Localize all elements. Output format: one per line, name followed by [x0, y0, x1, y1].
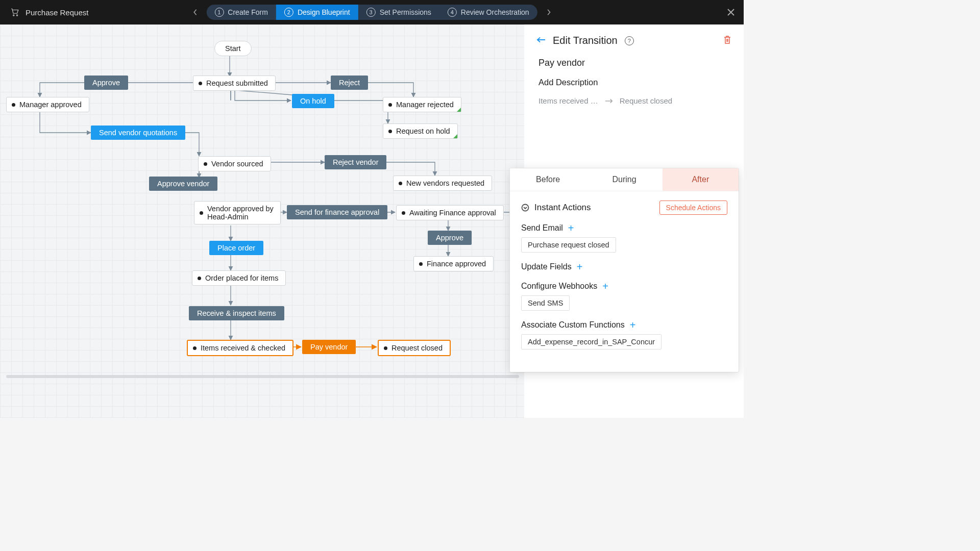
arrow-right-icon: [604, 98, 614, 104]
transition-send-vendor-quotations[interactable]: Send vendor quotations: [91, 126, 185, 140]
node-manager-approved[interactable]: Manager approved: [6, 97, 89, 112]
panel-header: Edit Transition ?: [524, 24, 744, 53]
node-awaiting-finance[interactable]: Awaiting Finance approval: [396, 205, 504, 220]
transition-reject-vendor[interactable]: Reject vendor: [325, 155, 386, 169]
page-title: Purchase Request: [26, 8, 88, 17]
cart-icon: [10, 8, 19, 17]
action-update-fields: Update Fields+: [521, 262, 727, 272]
transition-flow: Items received … Request closed: [538, 96, 729, 105]
panel-body: Pay vendor Add Description Items receive…: [524, 53, 744, 115]
add-update-fields-icon[interactable]: +: [577, 262, 583, 272]
back-button[interactable]: [536, 36, 546, 45]
transition-approve-vendor[interactable]: Approve vendor: [149, 177, 217, 191]
tab-during[interactable]: During: [586, 168, 662, 191]
node-order-placed[interactable]: Order placed for items: [192, 270, 286, 286]
node-vendor-approved[interactable]: Vendor approved by Head-Admin: [194, 201, 281, 224]
action-tabs: Before During After: [510, 168, 739, 191]
card-body minimally: Instant Actions Schedule Actions Send Em…: [510, 191, 739, 372]
node-manager-rejected[interactable]: Manager rejected: [383, 97, 461, 112]
step-set-permissions[interactable]: 3Set Permissions: [358, 5, 439, 20]
node-request-on-hold[interactable]: Request on hold: [383, 123, 458, 139]
transition-on-hold[interactable]: On hold: [292, 94, 334, 108]
transition-approve[interactable]: Approve: [84, 76, 128, 90]
node-items-received[interactable]: Items received & checked: [187, 340, 293, 356]
transition-name: Pay vendor: [538, 58, 729, 68]
transition-receive-inspect[interactable]: Receive & inspect items: [189, 306, 284, 320]
add-email-icon[interactable]: +: [568, 223, 574, 233]
svg-point-1: [16, 15, 17, 16]
node-new-vendors-requested[interactable]: New vendors requested: [393, 176, 492, 191]
collapse-icon[interactable]: [521, 204, 529, 212]
tab-after[interactable]: After: [663, 168, 739, 191]
svg-point-0: [13, 15, 14, 16]
next-step-button[interactable]: [542, 5, 556, 19]
webhook-chip[interactable]: Send SMS: [521, 295, 570, 311]
close-button[interactable]: [726, 8, 736, 17]
transition-place-order[interactable]: Place order: [209, 241, 263, 255]
section-header: Instant Actions Schedule Actions: [521, 201, 727, 215]
schedule-actions-button[interactable]: Schedule Actions: [659, 201, 727, 215]
node-request-closed[interactable]: Request closed: [378, 340, 451, 356]
email-chip[interactable]: Purchase request closed: [521, 237, 616, 253]
node-start[interactable]: Start: [214, 41, 252, 56]
svg-point-23: [522, 205, 529, 211]
step-create-form[interactable]: 1Create Form: [206, 5, 276, 20]
node-request-submitted[interactable]: Request submitted: [193, 76, 276, 91]
header: Purchase Request 1Create Form 2Design Bl…: [0, 0, 744, 24]
transition-reject[interactable]: Reject: [331, 76, 368, 90]
panel-heading: Edit Transition: [553, 35, 618, 46]
custom-fn-chip[interactable]: Add_expense_record_in_SAP_Concur: [521, 334, 662, 349]
action-custom-functions: Associate Custom Functions+ Add_expense_…: [521, 320, 727, 349]
help-icon[interactable]: ?: [625, 36, 634, 45]
add-custom-fn-icon[interactable]: +: [630, 320, 636, 330]
node-finance-approved[interactable]: Finance approved: [413, 256, 494, 271]
transition-approve-finance[interactable]: Approve: [428, 231, 472, 245]
prev-step-button[interactable]: [188, 5, 202, 19]
transition-pay-vendor[interactable]: Pay vendor: [302, 340, 356, 354]
flow-from: Items received …: [538, 96, 598, 105]
steps-nav: 1Create Form 2Design Blueprint 3Set Perm…: [188, 5, 555, 20]
add-description-link[interactable]: Add Description: [538, 78, 729, 87]
transition-send-finance[interactable]: Send for finance approval: [287, 205, 387, 219]
step-review-orchestration[interactable]: 4Review Orchestration: [439, 5, 537, 20]
section-title: Instant Actions: [534, 203, 591, 213]
action-webhooks: Configure Webhooks+ Send SMS: [521, 281, 727, 311]
delete-button[interactable]: [723, 35, 731, 46]
header-left: Purchase Request: [0, 8, 88, 17]
step-design-blueprint[interactable]: 2Design Blueprint: [276, 5, 358, 20]
action-send-email: Send Email+ Purchase request closed: [521, 223, 727, 253]
actions-card: Before During After Instant Actions Sche…: [510, 168, 739, 372]
steps-list: 1Create Form 2Design Blueprint 3Set Perm…: [206, 5, 537, 20]
add-webhook-icon[interactable]: +: [602, 281, 608, 291]
canvas-scrollbar[interactable]: [6, 375, 519, 378]
tab-before[interactable]: Before: [510, 168, 586, 191]
flow-to: Request closed: [620, 96, 672, 105]
node-vendor-sourced[interactable]: Vendor sourced: [198, 156, 271, 171]
